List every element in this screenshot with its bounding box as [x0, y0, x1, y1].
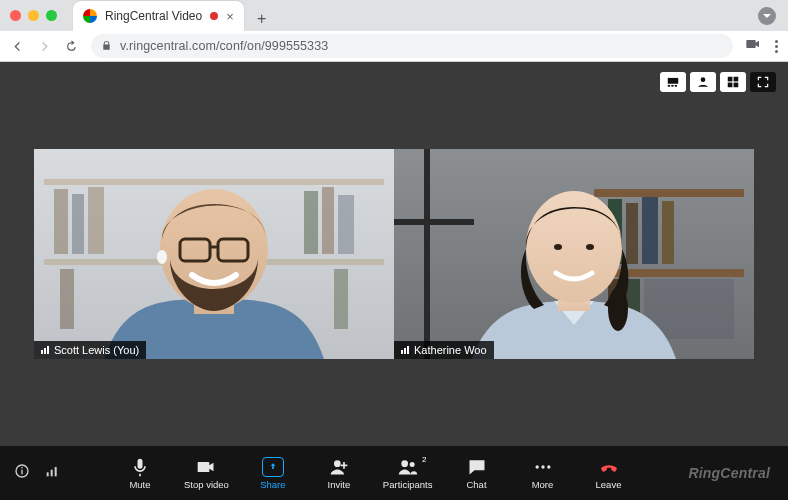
tab-title: RingCentral Video — [105, 9, 202, 23]
address-bar-row: v.ringcentral.com/conf/on/999555333 — [0, 31, 788, 61]
close-window-icon[interactable] — [10, 10, 21, 21]
invite-button[interactable]: Invite — [317, 457, 361, 490]
participant-name-tag: Katherine Woo — [394, 341, 494, 359]
info-icon[interactable] — [14, 463, 30, 483]
leave-button[interactable]: Leave — [587, 457, 631, 490]
svg-rect-0 — [668, 78, 679, 84]
svg-rect-8 — [734, 83, 739, 88]
video-camera-icon — [195, 457, 217, 477]
fullscreen-button[interactable] — [750, 72, 776, 92]
svg-rect-2 — [671, 85, 673, 87]
browser-tab[interactable]: RingCentral Video × — [73, 1, 244, 31]
invite-label: Invite — [328, 479, 351, 490]
svg-point-52 — [535, 465, 538, 468]
video-tile-remote[interactable]: Katherine Woo — [394, 149, 754, 359]
svg-rect-16 — [322, 187, 334, 254]
filmstrip-view-button[interactable] — [660, 72, 686, 92]
reload-icon[interactable] — [64, 39, 79, 54]
svg-rect-10 — [44, 179, 384, 185]
svg-rect-1 — [668, 85, 670, 87]
browser-chrome: RingCentral Video × + v.ringcentral.com/… — [0, 0, 788, 62]
back-icon[interactable] — [10, 39, 25, 54]
close-tab-icon[interactable]: × — [226, 9, 234, 24]
stop-video-label: Stop video — [184, 479, 229, 490]
svg-rect-19 — [334, 269, 348, 329]
participants-icon — [397, 457, 419, 477]
maximize-window-icon[interactable] — [46, 10, 57, 21]
svg-rect-48 — [55, 467, 57, 476]
svg-rect-36 — [424, 149, 430, 359]
tab-overflow-icon[interactable] — [758, 7, 776, 25]
meeting-window: Scott Lewis (You) — [0, 62, 788, 500]
participant-name: Scott Lewis (You) — [54, 344, 139, 356]
mute-button[interactable]: Mute — [118, 457, 162, 490]
svg-rect-6 — [734, 77, 739, 82]
svg-rect-15 — [304, 191, 318, 254]
mute-label: Mute — [129, 479, 150, 490]
svg-point-54 — [547, 465, 550, 468]
svg-point-49 — [334, 460, 341, 467]
hangup-icon — [598, 457, 620, 477]
svg-rect-14 — [88, 187, 104, 254]
signal-strength-icon[interactable] — [44, 463, 60, 483]
svg-point-40 — [608, 287, 628, 331]
view-options — [660, 72, 776, 92]
new-tab-button[interactable]: + — [250, 7, 274, 31]
svg-rect-47 — [51, 470, 53, 477]
lock-icon — [101, 37, 112, 55]
meeting-toolbar: Mute Stop video Share Invite 2 Participa… — [0, 446, 788, 500]
recording-indicator-icon — [210, 12, 218, 20]
svg-point-50 — [401, 460, 408, 467]
participants-button[interactable]: 2 Participants — [383, 457, 433, 490]
svg-rect-27 — [594, 189, 744, 197]
signal-icon — [401, 346, 409, 354]
tab-strip: RingCentral Video × + — [0, 0, 788, 31]
more-icon — [532, 457, 554, 477]
svg-point-53 — [541, 465, 544, 468]
participant-name-tag: Scott Lewis (You) — [34, 341, 146, 359]
svg-point-41 — [554, 244, 562, 250]
svg-rect-45 — [21, 467, 22, 468]
svg-rect-30 — [626, 203, 638, 264]
invite-icon — [328, 457, 350, 477]
more-label: More — [532, 479, 554, 490]
browser-menu-icon[interactable] — [775, 40, 778, 53]
svg-rect-37 — [394, 219, 474, 225]
svg-rect-12 — [54, 189, 68, 254]
stop-video-button[interactable]: Stop video — [184, 457, 229, 490]
svg-rect-13 — [72, 194, 84, 254]
camera-indicator-icon[interactable] — [745, 36, 761, 56]
svg-rect-5 — [728, 77, 733, 82]
video-placeholder-icon — [394, 149, 754, 359]
share-button[interactable]: Share — [251, 457, 295, 490]
share-label: Share — [260, 479, 285, 490]
video-stage: Scott Lewis (You) — [0, 62, 788, 446]
svg-point-42 — [586, 244, 594, 250]
svg-rect-46 — [47, 472, 49, 476]
brand-logo: RingCentral — [688, 465, 774, 481]
svg-rect-3 — [675, 85, 677, 87]
svg-point-51 — [409, 462, 414, 467]
signal-icon — [41, 346, 49, 354]
participant-name: Katherine Woo — [414, 344, 487, 356]
chat-label: Chat — [466, 479, 486, 490]
svg-rect-32 — [662, 201, 674, 264]
chat-button[interactable]: Chat — [455, 457, 499, 490]
address-bar[interactable]: v.ringcentral.com/conf/on/999555333 — [91, 34, 733, 58]
window-controls — [10, 0, 67, 31]
svg-point-25 — [157, 250, 167, 264]
svg-rect-17 — [338, 195, 354, 254]
video-tile-self[interactable]: Scott Lewis (You) — [34, 149, 394, 359]
forward-icon[interactable] — [37, 39, 52, 54]
leave-label: Leave — [596, 479, 622, 490]
minimize-window-icon[interactable] — [28, 10, 39, 21]
microphone-icon — [129, 457, 151, 477]
more-button[interactable]: More — [521, 457, 565, 490]
svg-rect-18 — [60, 269, 74, 329]
svg-rect-44 — [21, 470, 22, 475]
share-screen-icon — [262, 457, 284, 477]
gallery-view-button[interactable] — [720, 72, 746, 92]
url-text: v.ringcentral.com/conf/on/999555333 — [120, 39, 328, 53]
speaker-view-button[interactable] — [690, 72, 716, 92]
video-placeholder-icon — [34, 149, 394, 359]
